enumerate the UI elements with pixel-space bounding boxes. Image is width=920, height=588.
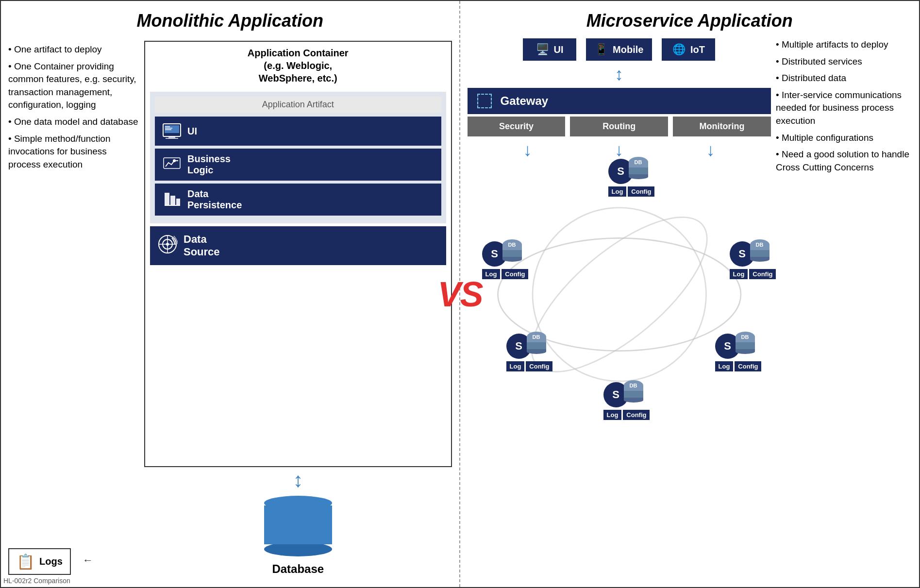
bullet-3: • One data model and database	[8, 116, 139, 129]
artifact-business-logic: BusinessLogic	[155, 149, 441, 181]
app-container-box: Application Container(e.g. Weblogic,WebS…	[144, 41, 452, 467]
log-tag-bl: Log	[506, 361, 525, 371]
log-tag-br: Log	[715, 361, 734, 371]
arrow-3: ↓	[706, 141, 715, 159]
database-label: Database	[264, 562, 332, 576]
ms-labels-right: Log Config	[730, 269, 776, 279]
data-source-icon	[157, 234, 178, 257]
app-container-title: Application Container(e.g. Weblogic,WebS…	[150, 47, 446, 84]
ui-icon	[162, 123, 182, 140]
r-bullet-3: • Distributed data	[776, 72, 912, 85]
r-bullet-5: • Multiple configurations	[776, 132, 912, 145]
bottom-arrows: ↓ ↓ ↓	[468, 141, 771, 159]
left-content: • One artifact to deploy • One Container…	[8, 41, 452, 576]
ms-node-bottom-left: S DB Log Config	[506, 334, 553, 371]
db-body	[264, 505, 332, 544]
right-content: 🖥️ UI 📱 Mobile 🌐 IoT ↕	[468, 38, 912, 576]
ms-node-bottom-right: S DB Log Config	[715, 334, 762, 371]
log-tag-bc: Log	[603, 410, 622, 420]
mobile-label: Mobile	[613, 44, 643, 55]
artifact-data-source: DataSource	[150, 226, 446, 265]
mobile-icon: 📱	[595, 43, 608, 56]
log-tag-r: Log	[730, 269, 748, 279]
config-tag: Config	[628, 186, 654, 197]
ui-label-right: UI	[554, 44, 564, 55]
ms-labels-top-center: Log Config	[608, 186, 655, 197]
security-row: Security Routing Monitoring	[468, 117, 771, 136]
ms-labels-left: Log Config	[482, 269, 529, 279]
ms-node-left: S DB Log Config	[482, 241, 529, 279]
log-tag: Log	[608, 186, 627, 197]
db-top	[264, 496, 332, 510]
credit-label: HL-002r2 Comparison	[3, 577, 70, 585]
ms-labels-bc: Log Config	[603, 410, 650, 420]
right-title: Microservice Application	[468, 11, 912, 31]
logs-label: Logs	[39, 556, 63, 567]
ms-network: S DB Log Config	[468, 159, 771, 426]
config-tag-bl: Config	[526, 361, 552, 371]
ui-label: UI	[187, 126, 197, 137]
right-diagram: 🖥️ UI 📱 Mobile 🌐 IoT ↕	[468, 38, 771, 576]
config-tag-r: Config	[749, 269, 776, 279]
r-bullet-2: • Distributed services	[776, 55, 912, 68]
top-arrow-down: ↕	[615, 66, 623, 83]
database-shape: Database	[264, 496, 332, 576]
right-side: Microservice Application 🖥️ UI 📱 Mobile …	[460, 1, 920, 587]
ms-node-top-center: S DB Log Config	[608, 159, 655, 197]
data-persistence-icon	[162, 191, 182, 208]
left-bullets: • One artifact to deploy • One Container…	[8, 41, 139, 576]
svg-point-19	[497, 172, 741, 417]
config-tag-l: Config	[502, 269, 528, 279]
gateway-dashed-icon	[477, 94, 492, 108]
business-logic-icon	[162, 156, 182, 173]
svg-rect-9	[165, 193, 169, 205]
main-container: Monolithic Application • One artifact to…	[0, 0, 920, 588]
db-arrow: ↕	[293, 469, 303, 492]
ms-node-right: S DB Log Config	[730, 241, 776, 279]
bullet-1: • One artifact to deploy	[8, 43, 139, 56]
security-box: Security	[468, 117, 566, 136]
left-side: Monolithic Application • One artifact to…	[1, 1, 460, 587]
svg-rect-7	[164, 158, 180, 168]
svg-rect-11	[176, 199, 180, 205]
iot-icon: 🌐	[672, 43, 686, 56]
monitoring-box: Monitoring	[673, 117, 771, 136]
right-bullets: • Multiple artifacts to deploy • Distrib…	[771, 38, 912, 576]
left-title: Monolithic Application	[8, 11, 452, 31]
routing-box: Routing	[570, 117, 668, 136]
logs-box: 📋 Logs	[8, 548, 71, 575]
bullet-2: • One Container providing common feature…	[8, 60, 139, 112]
top-arrows: ↕	[468, 66, 771, 83]
svg-rect-6	[166, 138, 178, 139]
iot-icon-box: 🌐 IoT	[662, 38, 715, 61]
r-bullet-4: • Inter-service communications needed fo…	[776, 89, 912, 128]
ms-labels-bl: Log Config	[506, 361, 553, 371]
artifact-data-persistence: DataPersistence	[155, 184, 441, 216]
data-persistence-label: DataPersistence	[187, 188, 242, 211]
ui-icon-right: 🖥️	[536, 43, 549, 56]
iot-label: IoT	[690, 44, 705, 55]
config-tag-bc: Config	[623, 410, 650, 420]
svg-point-8	[173, 159, 176, 162]
r-bullet-6: • Need a good solution to handle Cross C…	[776, 148, 912, 174]
mobile-icon-box: 📱 Mobile	[586, 38, 652, 61]
artifact-label: Application Artifact	[155, 97, 441, 113]
top-icons-row: 🖥️ UI 📱 Mobile 🌐 IoT	[468, 38, 771, 61]
arrow-2: ↓	[615, 141, 623, 159]
log-tag-l: Log	[482, 269, 501, 279]
clipboard-icon: 📋	[17, 553, 34, 570]
business-logic-label: BusinessLogic	[187, 153, 231, 176]
ms-labels-br: Log Config	[715, 361, 762, 371]
gateway-box: Gateway	[468, 88, 771, 114]
ui-icon-box: 🖥️ UI	[523, 38, 576, 61]
r-bullet-1: • Multiple artifacts to deploy	[776, 38, 912, 51]
svg-rect-10	[170, 196, 175, 205]
arrow-1: ↓	[523, 141, 532, 159]
artifact-ui: UI	[155, 117, 441, 146]
logs-arrow: ←	[83, 554, 93, 567]
gateway-label: Gateway	[501, 94, 549, 108]
db-cylinder	[264, 496, 332, 556]
bullet-4: • Simple method/function invocations for…	[8, 133, 139, 171]
config-tag-br: Config	[735, 361, 761, 371]
vs-label: VS	[437, 274, 482, 314]
